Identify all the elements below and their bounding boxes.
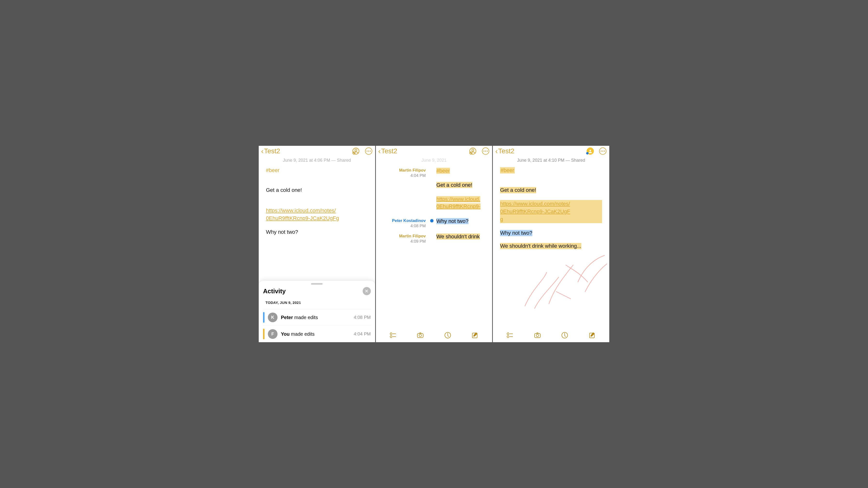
checklist-icon[interactable] <box>390 332 397 340</box>
activity-bar <box>263 312 265 323</box>
activity-time: 4:08 PM <box>354 315 371 320</box>
svg-point-8 <box>390 336 392 337</box>
svg-point-1 <box>355 149 356 151</box>
activity-sheet: Activity ✕ TODAY, JUN 9, 2021 K Peter ma… <box>259 281 375 342</box>
checklist-icon[interactable] <box>506 332 514 340</box>
collaboration-avatar[interactable] <box>587 148 594 155</box>
note-text: Get a cold one! <box>436 182 472 188</box>
hashtag[interactable]: #beer <box>500 167 515 173</box>
nav-bar: ‹ Test2 <box>376 146 492 156</box>
activity-text: Peter made edits <box>281 315 350 320</box>
sheet-title: Activity <box>263 288 286 295</box>
back-button[interactable]: ‹ Test2 <box>261 147 280 155</box>
camera-icon[interactable] <box>534 332 541 340</box>
nav-bar: ‹ Test2 <box>259 146 375 156</box>
note-body-attributed[interactable]: Martin Filipov 4:04 PM #beer Get a cold … <box>376 165 492 246</box>
note-text: We shouldn't drink while working... <box>500 243 581 249</box>
chevron-left-icon: ‹ <box>261 148 264 155</box>
note-link[interactable]: 0EhuR9fftKRcnp9- <box>436 203 480 209</box>
toolbar <box>493 329 609 342</box>
screen-1: ‹ Test2 June 9, 2021 at 4:06 PM — Shared… <box>259 146 375 342</box>
grabber[interactable] <box>311 283 322 285</box>
svg-point-17 <box>507 336 509 337</box>
svg-point-14 <box>590 150 591 151</box>
activity-row[interactable]: F You made edits 4:04 PM <box>263 326 371 342</box>
author-label: Martin Filipov 4:04 PM <box>376 167 430 178</box>
activity-time: 4:04 PM <box>354 331 371 337</box>
nav-bar: ‹ Test2 <box>493 146 609 156</box>
ellipsis-circle-icon <box>599 148 607 155</box>
activity-row[interactable]: K Peter made edits 4:08 PM <box>263 309 371 326</box>
back-title: Test2 <box>498 147 514 155</box>
more-button[interactable] <box>365 148 372 155</box>
note-link[interactable]: https://www.icloud. <box>436 196 480 202</box>
more-button[interactable] <box>599 148 607 155</box>
author-label: Martin Filipov 4:09 PM <box>376 233 430 244</box>
back-title: Test2 <box>264 147 280 155</box>
ellipsis-circle-icon <box>482 148 489 155</box>
toolbar <box>376 329 492 342</box>
more-button[interactable] <box>482 148 489 155</box>
ellipsis-circle-icon <box>365 148 372 155</box>
activity-bar <box>263 329 265 339</box>
close-icon: ✕ <box>365 288 369 294</box>
note-meta: June 9, 2021 at 4:06 PM — Shared <box>259 156 375 165</box>
svg-point-4 <box>472 149 474 151</box>
author-label: Peter Kostadinov 4:08 PM <box>376 218 430 229</box>
collaboration-icon[interactable] <box>469 147 477 155</box>
screen-2: ‹ Test2 June 9, 2021 Martin Filipov 4:04… <box>376 146 492 342</box>
back-button[interactable]: ‹ Test2 <box>378 147 397 155</box>
note-link[interactable]: https://www.icloud.com/notes/0EhuR9fftKR… <box>500 201 570 222</box>
note-text: We shouldn't drink <box>436 233 480 239</box>
note-meta: June 9, 2021 at 4:10 PM — Shared <box>493 156 609 165</box>
note-body[interactable]: #beer Get a cold one! https://www.icloud… <box>493 165 609 329</box>
note-text: Get a cold one! <box>266 187 302 193</box>
avatar: F <box>268 329 278 339</box>
chevron-left-icon: ‹ <box>378 148 381 155</box>
presence-dot <box>430 219 434 222</box>
note-text: Why not two? <box>436 218 468 224</box>
hashtag[interactable]: #beer <box>266 167 279 173</box>
avatar: K <box>268 313 278 322</box>
chevron-left-icon: ‹ <box>495 148 498 155</box>
markup-icon[interactable] <box>444 332 452 340</box>
back-button[interactable]: ‹ Test2 <box>495 147 514 155</box>
markup-icon[interactable] <box>561 332 568 340</box>
note-meta: June 9, 2021 <box>376 156 492 165</box>
compose-icon[interactable] <box>589 332 596 340</box>
screen-3: ‹ Test2 June 9, 2021 at 4:10 PM — Shared… <box>493 146 609 342</box>
activity-text: You made edits <box>281 331 350 337</box>
note-text: Get a cold one! <box>500 187 536 193</box>
back-title: Test2 <box>381 147 397 155</box>
note-link[interactable]: https://www.icloud.com/notes/0EhuR9fftKR… <box>266 207 339 221</box>
camera-icon[interactable] <box>416 332 424 340</box>
note-text: Why not two? <box>266 229 298 235</box>
activity-date: TODAY, JUN 9, 2021 <box>266 300 371 304</box>
svg-point-11 <box>419 334 422 337</box>
person-circle-icon <box>587 148 594 155</box>
hashtag[interactable]: #beer <box>436 168 450 174</box>
note-text: Why not two? <box>500 230 532 236</box>
close-button[interactable]: ✕ <box>363 287 371 295</box>
svg-point-20 <box>536 334 539 337</box>
collaboration-icon[interactable] <box>352 147 360 155</box>
compose-icon[interactable] <box>471 332 478 340</box>
